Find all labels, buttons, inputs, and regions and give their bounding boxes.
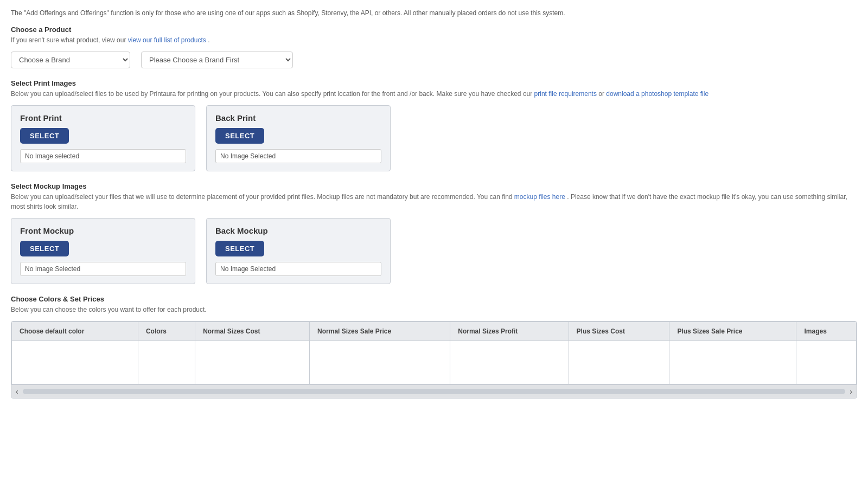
front-mockup-box: Front Mockup SELECT xyxy=(11,218,195,284)
print-images-desc: Below you can upload/select files to be … xyxy=(11,89,857,99)
empty-cell-2 xyxy=(138,341,195,384)
col-plus-sizes-sale-price: Plus Sizes Sale Price xyxy=(669,322,796,341)
choose-product-section: Choose a Product If you aren't sure what… xyxy=(11,25,857,68)
empty-cell-4 xyxy=(310,341,450,384)
colors-table-empty-row xyxy=(12,341,857,384)
front-mockup-select-btn[interactable]: SELECT xyxy=(20,241,69,256)
info-text: The "Add Offerings and Offerings" functi… xyxy=(11,8,857,18)
back-mockup-select-btn[interactable]: SELECT xyxy=(215,241,264,256)
col-normal-sizes-sale-price: Normal Sizes Sale Price xyxy=(310,322,450,341)
print-desc-text: Below you can upload/select files to be … xyxy=(11,90,534,98)
brand-row: Choose a Brand Please Choose a Brand Fir… xyxy=(11,52,857,68)
mockup-images-desc: Below you can upload/select your files t… xyxy=(11,192,857,211)
print-images-title: Select Print Images xyxy=(11,79,857,87)
mockup-images-section: Select Mockup Images Below you can uploa… xyxy=(11,182,857,284)
empty-cell-6 xyxy=(569,341,669,384)
scroll-bar-row: ‹ › xyxy=(11,384,857,398)
front-mockup-title: Front Mockup xyxy=(20,226,186,235)
col-normal-sizes-cost: Normal Sizes Cost xyxy=(195,322,310,341)
colors-table-wrapper[interactable]: Choose default color Colors Normal Sizes… xyxy=(11,321,857,399)
print-or: or xyxy=(598,90,606,98)
front-print-select-btn[interactable]: SELECT xyxy=(20,128,69,144)
back-print-box: Back Print SELECT xyxy=(206,105,391,171)
desc-suffix: . xyxy=(208,36,209,44)
colors-desc: Below you can choose the colors you want… xyxy=(11,305,857,314)
front-print-title: Front Print xyxy=(20,113,186,123)
back-mockup-box: Back Mockup SELECT xyxy=(206,218,391,284)
scroll-left-arrow[interactable]: ‹ xyxy=(16,387,18,396)
front-mockup-no-image xyxy=(20,262,186,276)
col-normal-sizes-profit: Normal Sizes Profit xyxy=(450,322,569,341)
col-colors: Colors xyxy=(138,322,195,341)
choose-product-title: Choose a Product xyxy=(11,25,857,34)
full-list-link[interactable]: view our full list of products xyxy=(128,36,206,44)
print-image-boxes: Front Print SELECT Back Print SELECT xyxy=(11,105,857,171)
col-plus-sizes-cost: Plus Sizes Cost xyxy=(569,322,669,341)
back-print-title: Back Print xyxy=(215,113,381,123)
mockup-images-title: Select Mockup Images xyxy=(11,182,857,190)
empty-cell-8 xyxy=(796,341,857,384)
print-req-link[interactable]: print file requirements xyxy=(534,90,597,98)
empty-cell-1 xyxy=(12,341,138,384)
scroll-right-arrow[interactable]: › xyxy=(850,387,852,396)
empty-cell-7 xyxy=(669,341,796,384)
photoshop-template-link[interactable]: download a photoshop template file xyxy=(606,90,709,98)
empty-cell-3 xyxy=(195,341,310,384)
scroll-bar-track[interactable] xyxy=(23,389,846,394)
back-mockup-no-image xyxy=(215,262,381,276)
colors-table-header-row: Choose default color Colors Normal Sizes… xyxy=(12,322,857,341)
mockup-desc-prefix: Below you can upload/select your files t… xyxy=(11,193,514,201)
colors-section: Choose Colors & Set Prices Below you can… xyxy=(11,295,857,399)
choose-product-desc: If you aren't sure what product, view ou… xyxy=(11,35,857,45)
back-print-no-image xyxy=(215,149,381,163)
col-images: Images xyxy=(796,322,857,341)
print-images-section: Select Print Images Below you can upload… xyxy=(11,79,857,171)
front-print-no-image xyxy=(20,149,186,163)
front-print-box: Front Print SELECT xyxy=(11,105,195,171)
brand-select[interactable]: Choose a Brand xyxy=(11,52,130,68)
colors-table: Choose default color Colors Normal Sizes… xyxy=(11,322,857,384)
col-choose-default-color: Choose default color xyxy=(12,322,138,341)
empty-cell-5 xyxy=(450,341,569,384)
mockup-files-link[interactable]: mockup files here xyxy=(514,193,565,201)
back-mockup-title: Back Mockup xyxy=(215,226,381,235)
colors-title: Choose Colors & Set Prices xyxy=(11,295,857,303)
back-print-select-btn[interactable]: SELECT xyxy=(215,128,264,144)
mockup-image-boxes: Front Mockup SELECT Back Mockup SELECT xyxy=(11,218,857,284)
desc-prefix: If you aren't sure what product, view ou… xyxy=(11,36,128,44)
product-select[interactable]: Please Choose a Brand First xyxy=(141,52,293,68)
